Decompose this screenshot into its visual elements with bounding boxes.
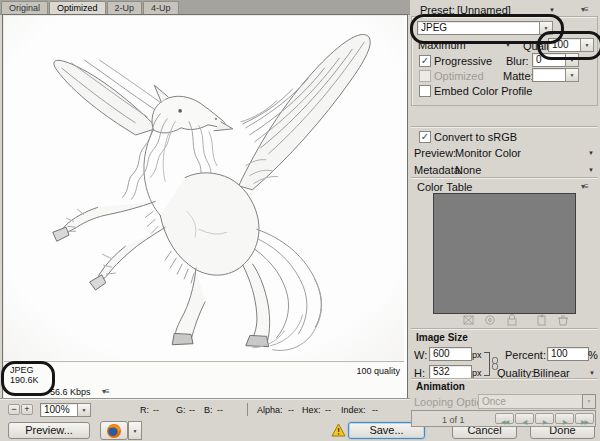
chevron-down-icon: ▼ [585,42,590,48]
separator [411,328,598,330]
tab-original[interactable]: Original [1,1,48,14]
optimized-preview-canvas[interactable] [4,16,404,361]
compression-dropdown-icon[interactable]: ▼ [505,42,511,48]
chevron-down-icon: ▼ [570,72,575,78]
matte-dropdown-button[interactable]: ▼ [565,68,579,82]
optimized-label: Optimized [434,70,484,82]
index-value: -- [372,405,378,415]
compression-select[interactable]: Maximum [418,39,466,51]
zoom-in-button[interactable]: + [21,404,33,415]
first-frame-icon: ◀◀ [501,419,508,425]
check-icon: ✓ [421,55,429,66]
percent-field[interactable]: 100 [547,347,589,361]
preview-select-label: Preview: [414,147,456,159]
format-select[interactable]: JPEG [417,21,541,35]
r-value: -- [153,405,159,415]
looping-dropdown-button: ▼ [582,394,596,409]
tab-2up[interactable]: 2-Up [107,1,143,14]
color-table-title: Color Table [417,181,472,193]
width-unit: px [472,350,482,360]
quality-field[interactable]: 100 [548,38,582,52]
metadata-dropdown-icon[interactable]: ▼ [588,167,594,173]
r-label: R: [140,405,149,415]
convert-srgb-checkbox[interactable]: ✓ [419,131,431,143]
metadata-select[interactable]: None [455,164,481,176]
g-value: -- [189,405,195,415]
info-panel-menu-icon[interactable]: ▾≡ [102,387,109,396]
preview-dropdown-icon[interactable]: ▼ [588,150,594,156]
next-frame-button: |▶ [555,413,574,424]
pegasus-image [4,16,404,361]
warning-icon [331,423,346,437]
interpolation-dropdown-icon[interactable]: ▼ [589,370,595,376]
previous-frame-icon: ◀| [522,419,526,425]
preview-browser-button[interactable] [100,421,128,440]
status-divider [247,403,248,416]
chevron-down-icon: ▼ [544,25,549,31]
embed-profile-label: Embed Color Profile [434,85,532,97]
zoom-level-field[interactable]: 100% [40,403,78,417]
progressive-checkbox[interactable]: ✓ [419,55,431,67]
tab-optimized[interactable]: Optimized [49,1,106,15]
preview-select[interactable]: Monitor Color [455,147,521,159]
preview-button[interactable]: Preview... [8,422,90,439]
alpha-label: Alpha: [257,405,283,415]
chevron-down-icon: ▼ [82,407,87,413]
quality-readout: 100 quality [356,366,400,376]
progressive-label: Progressive [434,55,492,67]
download-rate-readout: 56.6 Kbps [50,387,91,397]
next-frame-icon: |▶ [562,419,566,425]
preview-frame: JPEG 190.6K 56.6 Kbps ▾≡ 100 quality [2,14,408,400]
tab-strip: OriginalOptimized2-Up4-Up [0,0,410,15]
separator [411,378,598,380]
looping-options-select: Once [478,394,589,409]
preset-value[interactable]: [Unnamed] [457,4,511,16]
animation-frame-bar: 1 of 1 ◀◀ ◀| ▶ |▶ ▶▶ [411,410,596,427]
b-value: -- [217,405,223,415]
convert-srgb-label: Convert to sRGB [434,131,517,143]
zoom-level-dropdown-button[interactable]: ▼ [77,403,91,417]
optimized-checkbox [419,70,431,82]
status-bar: − + 100% ▼ R: -- G: -- B: -- Alpha: -- H… [0,398,410,419]
format-dropdown-button[interactable]: ▼ [539,21,553,35]
color-table-toolbar [463,314,573,326]
tab-4up[interactable]: 4-Up [143,1,179,14]
settings-panel-menu-icon[interactable]: ▾≡ [581,5,588,14]
file-format-readout: JPEG [10,365,34,375]
matte-field[interactable] [532,68,567,82]
zoom-out-button[interactable]: − [8,404,20,415]
blur-dropdown-button[interactable]: ▼ [565,53,579,67]
color-table-menu-icon[interactable]: ▾≡ [581,182,588,191]
browser-select-dropdown-button[interactable]: ▼ [128,421,142,440]
color-table-swatches [433,193,576,314]
preset-dropdown-icon[interactable]: ▼ [549,7,555,13]
play-button: ▶ [535,413,554,424]
b-label: B: [204,405,213,415]
quality-dropdown-button[interactable]: ▼ [580,38,594,52]
file-size-readout: 190.6K [10,375,39,385]
optimize-info-strip: JPEG 190.6K 56.6 Kbps ▾≡ 100 quality [4,361,404,397]
save-for-web-dialog: OriginalOptimized2-Up4-Up [0,0,600,441]
web-shift-icon [486,316,494,324]
delete-swatch-icon [558,316,568,325]
previous-frame-button: ◀| [515,413,534,424]
blur-field[interactable]: 0 [532,53,567,67]
chevron-down-icon: ▼ [133,428,138,434]
image-size-title: Image Size [416,332,468,343]
hex-label: Hex: [302,405,321,415]
separator [411,177,598,179]
alpha-value: -- [288,405,294,415]
play-icon: ▶ [543,419,547,425]
animation-title: Animation [416,381,465,392]
height-field[interactable]: 532 [429,365,472,379]
g-label: G: [176,405,186,415]
index-label: Index: [341,405,366,415]
embed-profile-checkbox[interactable] [419,85,431,97]
width-field[interactable]: 600 [429,347,472,361]
check-icon: ✓ [421,131,429,142]
matte-label: Matte: [503,70,534,82]
preset-label: Preset: [420,4,455,16]
firefox-icon [106,423,122,439]
hex-value: -- [325,405,331,415]
last-frame-button: ▶▶ [575,413,594,424]
